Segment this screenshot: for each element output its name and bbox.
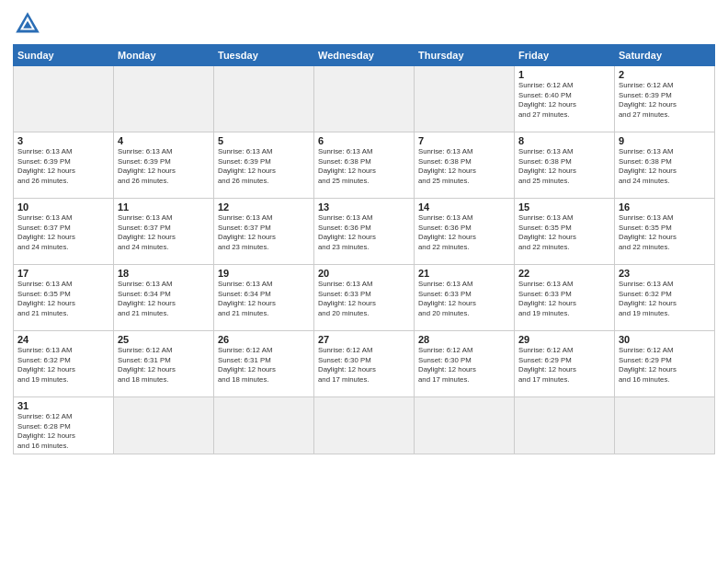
calendar-cell: 12Sunrise: 6:13 AM Sunset: 6:37 PM Dayli… bbox=[214, 199, 314, 265]
day-number: 25 bbox=[118, 334, 210, 345]
calendar-cell bbox=[14, 66, 114, 132]
day-number: 8 bbox=[518, 135, 610, 146]
day-number: 24 bbox=[17, 334, 109, 345]
calendar-cell: 24Sunrise: 6:13 AM Sunset: 6:32 PM Dayli… bbox=[14, 331, 114, 397]
calendar-cell: 16Sunrise: 6:13 AM Sunset: 6:35 PM Dayli… bbox=[615, 199, 715, 265]
day-number: 6 bbox=[318, 135, 410, 146]
calendar-cell: 31Sunrise: 6:12 AM Sunset: 6:28 PM Dayli… bbox=[14, 397, 114, 454]
calendar-cell bbox=[314, 397, 415, 454]
weekday-header-friday: Friday bbox=[515, 45, 615, 66]
calendar-week-row: 31Sunrise: 6:12 AM Sunset: 6:28 PM Dayli… bbox=[14, 397, 715, 454]
day-info: Sunrise: 6:12 AM Sunset: 6:30 PM Dayligh… bbox=[418, 346, 510, 385]
weekday-header-saturday: Saturday bbox=[615, 45, 715, 66]
calendar-week-row: 24Sunrise: 6:13 AM Sunset: 6:32 PM Dayli… bbox=[14, 331, 715, 397]
day-number: 1 bbox=[518, 69, 610, 80]
day-number: 19 bbox=[218, 268, 310, 279]
calendar-cell: 4Sunrise: 6:13 AM Sunset: 6:39 PM Daylig… bbox=[114, 132, 214, 199]
day-number: 23 bbox=[619, 268, 711, 279]
calendar-cell: 15Sunrise: 6:13 AM Sunset: 6:35 PM Dayli… bbox=[515, 199, 615, 265]
day-info: Sunrise: 6:13 AM Sunset: 6:39 PM Dayligh… bbox=[17, 147, 109, 186]
day-number: 27 bbox=[318, 334, 410, 345]
day-number: 17 bbox=[17, 268, 109, 279]
calendar-cell: 22Sunrise: 6:13 AM Sunset: 6:33 PM Dayli… bbox=[515, 265, 615, 331]
day-number: 14 bbox=[418, 201, 510, 213]
calendar-cell: 8Sunrise: 6:13 AM Sunset: 6:38 PM Daylig… bbox=[515, 132, 615, 199]
day-number: 26 bbox=[218, 334, 310, 345]
day-info: Sunrise: 6:13 AM Sunset: 6:39 PM Dayligh… bbox=[118, 147, 210, 186]
day-info: Sunrise: 6:12 AM Sunset: 6:30 PM Dayligh… bbox=[318, 346, 410, 385]
calendar-cell: 3Sunrise: 6:13 AM Sunset: 6:39 PM Daylig… bbox=[14, 132, 114, 199]
day-info: Sunrise: 6:13 AM Sunset: 6:38 PM Dayligh… bbox=[318, 147, 410, 186]
day-info: Sunrise: 6:13 AM Sunset: 6:32 PM Dayligh… bbox=[17, 346, 109, 385]
day-info: Sunrise: 6:13 AM Sunset: 6:35 PM Dayligh… bbox=[17, 280, 109, 318]
calendar-cell bbox=[114, 66, 214, 132]
day-info: Sunrise: 6:12 AM Sunset: 6:29 PM Dayligh… bbox=[518, 346, 610, 385]
day-number: 13 bbox=[318, 201, 410, 213]
day-number: 22 bbox=[518, 268, 610, 279]
logo bbox=[13, 9, 46, 39]
day-info: Sunrise: 6:13 AM Sunset: 6:32 PM Dayligh… bbox=[619, 280, 711, 318]
day-info: Sunrise: 6:13 AM Sunset: 6:35 PM Dayligh… bbox=[518, 213, 610, 252]
day-info: Sunrise: 6:12 AM Sunset: 6:28 PM Dayligh… bbox=[17, 412, 109, 451]
day-number: 7 bbox=[418, 135, 510, 146]
weekday-header-monday: Monday bbox=[114, 45, 214, 66]
logo-icon bbox=[13, 9, 42, 39]
day-number: 10 bbox=[17, 201, 109, 213]
day-info: Sunrise: 6:13 AM Sunset: 6:33 PM Dayligh… bbox=[318, 280, 410, 318]
calendar-cell bbox=[615, 397, 715, 454]
day-info: Sunrise: 6:13 AM Sunset: 6:37 PM Dayligh… bbox=[17, 213, 109, 252]
day-number: 4 bbox=[118, 135, 210, 146]
day-number: 3 bbox=[17, 135, 109, 146]
calendar-week-row: 3Sunrise: 6:13 AM Sunset: 6:39 PM Daylig… bbox=[14, 132, 715, 199]
day-info: Sunrise: 6:13 AM Sunset: 6:36 PM Dayligh… bbox=[318, 213, 410, 252]
day-number: 16 bbox=[619, 201, 711, 213]
calendar-cell: 2Sunrise: 6:12 AM Sunset: 6:39 PM Daylig… bbox=[615, 66, 715, 132]
day-number: 18 bbox=[118, 268, 210, 279]
calendar-cell: 9Sunrise: 6:13 AM Sunset: 6:38 PM Daylig… bbox=[615, 132, 715, 199]
page: SundayMondayTuesdayWednesdayThursdayFrid… bbox=[0, 0, 728, 563]
calendar-week-row: 1Sunrise: 6:12 AM Sunset: 6:40 PM Daylig… bbox=[14, 66, 715, 132]
day-info: Sunrise: 6:13 AM Sunset: 6:35 PM Dayligh… bbox=[619, 213, 711, 252]
header bbox=[13, 9, 715, 39]
calendar-cell: 18Sunrise: 6:13 AM Sunset: 6:34 PM Dayli… bbox=[114, 265, 214, 331]
calendar-cell: 11Sunrise: 6:13 AM Sunset: 6:37 PM Dayli… bbox=[114, 199, 214, 265]
day-info: Sunrise: 6:13 AM Sunset: 6:39 PM Dayligh… bbox=[218, 147, 310, 186]
calendar-week-row: 17Sunrise: 6:13 AM Sunset: 6:35 PM Dayli… bbox=[14, 265, 715, 331]
calendar-cell: 27Sunrise: 6:12 AM Sunset: 6:30 PM Dayli… bbox=[314, 331, 415, 397]
calendar-cell: 1Sunrise: 6:12 AM Sunset: 6:40 PM Daylig… bbox=[515, 66, 615, 132]
day-number: 21 bbox=[418, 268, 510, 279]
calendar-week-row: 10Sunrise: 6:13 AM Sunset: 6:37 PM Dayli… bbox=[14, 199, 715, 265]
day-info: Sunrise: 6:13 AM Sunset: 6:33 PM Dayligh… bbox=[418, 280, 510, 318]
weekday-header-sunday: Sunday bbox=[14, 45, 114, 66]
calendar-cell: 10Sunrise: 6:13 AM Sunset: 6:37 PM Dayli… bbox=[14, 199, 114, 265]
day-info: Sunrise: 6:13 AM Sunset: 6:36 PM Dayligh… bbox=[418, 213, 510, 252]
calendar-cell: 13Sunrise: 6:13 AM Sunset: 6:36 PM Dayli… bbox=[314, 199, 415, 265]
calendar-cell: 23Sunrise: 6:13 AM Sunset: 6:32 PM Dayli… bbox=[615, 265, 715, 331]
calendar-cell: 17Sunrise: 6:13 AM Sunset: 6:35 PM Dayli… bbox=[14, 265, 114, 331]
day-info: Sunrise: 6:13 AM Sunset: 6:34 PM Dayligh… bbox=[218, 280, 310, 318]
day-info: Sunrise: 6:12 AM Sunset: 6:29 PM Dayligh… bbox=[619, 346, 711, 385]
day-info: Sunrise: 6:12 AM Sunset: 6:40 PM Dayligh… bbox=[518, 81, 610, 120]
day-number: 2 bbox=[619, 69, 711, 80]
calendar-cell: 21Sunrise: 6:13 AM Sunset: 6:33 PM Dayli… bbox=[415, 265, 515, 331]
day-number: 9 bbox=[619, 135, 711, 146]
weekday-header-row: SundayMondayTuesdayWednesdayThursdayFrid… bbox=[14, 45, 715, 66]
weekday-header-wednesday: Wednesday bbox=[314, 45, 415, 66]
weekday-header-thursday: Thursday bbox=[415, 45, 515, 66]
calendar-cell bbox=[114, 397, 214, 454]
calendar-cell: 20Sunrise: 6:13 AM Sunset: 6:33 PM Dayli… bbox=[314, 265, 415, 331]
day-info: Sunrise: 6:13 AM Sunset: 6:37 PM Dayligh… bbox=[218, 213, 310, 252]
day-number: 20 bbox=[318, 268, 410, 279]
day-number: 28 bbox=[418, 334, 510, 345]
calendar-cell: 25Sunrise: 6:12 AM Sunset: 6:31 PM Dayli… bbox=[114, 331, 214, 397]
day-number: 31 bbox=[17, 400, 109, 411]
calendar-cell bbox=[314, 66, 415, 132]
calendar-cell bbox=[214, 66, 314, 132]
calendar-cell bbox=[214, 397, 314, 454]
day-number: 29 bbox=[518, 334, 610, 345]
calendar-cell: 19Sunrise: 6:13 AM Sunset: 6:34 PM Dayli… bbox=[214, 265, 314, 331]
day-number: 12 bbox=[218, 201, 310, 213]
calendar-cell: 14Sunrise: 6:13 AM Sunset: 6:36 PM Dayli… bbox=[415, 199, 515, 265]
day-info: Sunrise: 6:13 AM Sunset: 6:33 PM Dayligh… bbox=[518, 280, 610, 318]
calendar-cell: 5Sunrise: 6:13 AM Sunset: 6:39 PM Daylig… bbox=[214, 132, 314, 199]
